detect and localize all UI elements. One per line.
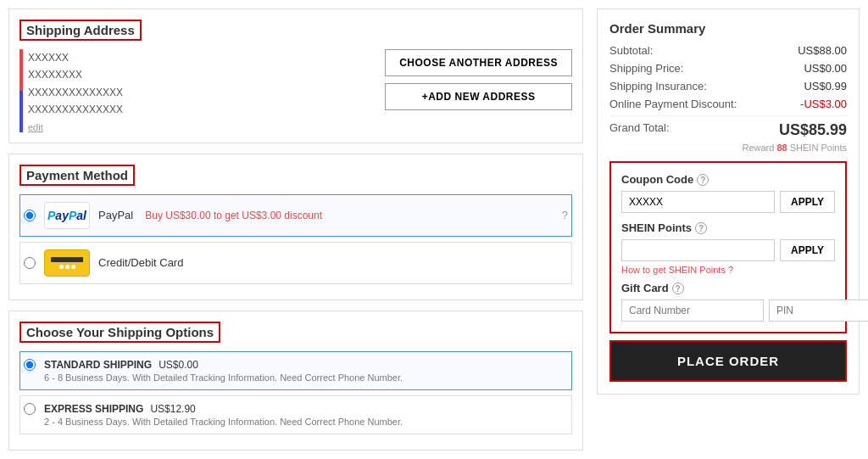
address-left-area: XXXXXX XXXXXXXX XXXXXXXXXXXXXX XXXXXXXXX…: [19, 49, 376, 132]
card-label: Credit/Debit Card: [98, 256, 183, 269]
coupon-section: Coupon Code ? APPLY SHEIN Points ? APPLY…: [609, 161, 847, 333]
payment-method-section: Payment Method PayPal PayPal Buy US$30.0…: [8, 154, 583, 300]
shein-points-apply-button[interactable]: APPLY: [780, 239, 835, 261]
card-dot-2: [65, 265, 70, 269]
standard-shipping-name: STANDARD SHIPPING: [44, 359, 152, 371]
insurance-row: Shipping Insurance: US$0.99: [609, 80, 847, 92]
shein-points-label: SHEIN Points: [621, 221, 692, 234]
address-line-4: XXXXXXXXXXXXXX: [28, 101, 123, 118]
shein-points-link[interactable]: How to get SHEIN Points ?: [621, 265, 835, 275]
choose-another-address-button[interactable]: CHOOSE ANOTHER ADDRESS: [385, 49, 572, 76]
express-shipping-name: EXPRESS SHIPPING: [44, 403, 143, 415]
card-strip: [51, 257, 83, 262]
gift-card-label-row: Gift Card ?: [621, 282, 835, 294]
grand-total-row: Grand Total: US$85.99: [609, 115, 847, 139]
card-dots: [59, 265, 75, 269]
shipping-price-label: Shipping Price:: [609, 62, 683, 75]
shein-points-label-row: SHEIN Points ?: [621, 221, 835, 234]
address-lines-container: XXXXXX XXXXXXXX XXXXXXXXXXXXXX XXXXXXXXX…: [28, 49, 123, 132]
coupon-info-icon[interactable]: ?: [697, 174, 709, 186]
reward-points: 88: [776, 143, 787, 153]
gift-card-number-input[interactable]: [621, 299, 764, 322]
gift-card-input-row: APPLY: [621, 299, 835, 322]
address-color-bar: [19, 49, 23, 132]
discount-value: -US$3.00: [800, 98, 847, 110]
standard-shipping-option[interactable]: STANDARD SHIPPING US$0.00 6 - 8 Business…: [19, 351, 572, 390]
reward-label: Reward: [742, 143, 774, 153]
subtotal-label: Subtotal:: [609, 44, 653, 57]
express-shipping-option[interactable]: EXPRESS SHIPPING US$12.90 2 - 4 Business…: [19, 395, 572, 434]
add-new-address-button[interactable]: +ADD NEW ADDRESS: [385, 83, 572, 110]
right-column: Order Summary Subtotal: US$88.00 Shippin…: [597, 8, 860, 451]
express-shipping-price: US$12.90: [150, 403, 195, 415]
order-summary-title: Order Summary: [609, 21, 847, 36]
address-buttons: CHOOSE ANOTHER ADDRESS +ADD NEW ADDRESS: [385, 49, 572, 110]
standard-shipping-price: US$0.00: [159, 359, 198, 371]
shipping-price-value: US$0.00: [804, 62, 847, 75]
card-dot-3: [71, 265, 75, 269]
paypal-logo-text: PayPal: [47, 209, 86, 222]
express-shipping-info: EXPRESS SHIPPING US$12.90 2 - 4 Business…: [44, 403, 403, 427]
shipping-options-title: Choose Your Shipping Options: [19, 322, 220, 343]
coupon-apply-button[interactable]: APPLY: [780, 191, 835, 213]
card-dot-1: [59, 265, 64, 269]
grand-total-value: US$85.99: [779, 121, 847, 139]
standard-shipping-radio[interactable]: [24, 359, 36, 371]
reward-suffix: SHEIN Points: [790, 143, 847, 153]
express-shipping-header: EXPRESS SHIPPING US$12.90: [44, 403, 403, 415]
coupon-input-row: APPLY: [621, 191, 835, 213]
card-radio[interactable]: [24, 257, 36, 269]
insurance-label: Shipping Insurance:: [609, 80, 707, 92]
subtotal-row: Subtotal: US$88.00: [609, 44, 847, 57]
address-line-1: XXXXXX: [28, 49, 123, 66]
shein-points-input[interactable]: [621, 239, 775, 261]
left-column: Shipping Address XXXXXX XXXXXXXX XXXXXXX…: [8, 8, 583, 451]
gift-card-info-icon[interactable]: ?: [672, 283, 684, 294]
address-content: XXXXXX XXXXXXXX XXXXXXXXXXXXXX XXXXXXXXX…: [19, 49, 572, 132]
paypal-radio[interactable]: [24, 210, 36, 221]
discount-row: Online Payment Discount: -US$3.00: [609, 98, 847, 110]
paypal-info-icon[interactable]: ?: [562, 209, 568, 221]
reward-text: Reward 88 SHEIN Points: [609, 143, 847, 153]
shipping-price-row: Shipping Price: US$0.00: [609, 62, 847, 75]
shein-points-info-icon[interactable]: ?: [695, 222, 707, 234]
coupon-input[interactable]: [621, 191, 775, 213]
standard-shipping-desc: 6 - 8 Business Days. With Detailed Track…: [44, 372, 403, 383]
express-shipping-radio[interactable]: [24, 403, 36, 415]
card-logo: [44, 249, 90, 277]
gift-card-label: Gift Card: [621, 282, 669, 294]
coupon-label-row: Coupon Code ?: [621, 173, 835, 186]
payment-method-title: Payment Method: [19, 165, 135, 186]
standard-shipping-info: STANDARD SHIPPING US$0.00 6 - 8 Business…: [44, 359, 403, 383]
shipping-address-section: Shipping Address XXXXXX XXXXXXXX XXXXXXX…: [8, 8, 583, 143]
subtotal-value: US$88.00: [798, 44, 847, 57]
express-shipping-desc: 2 - 4 Business Days. With Detailed Track…: [44, 417, 403, 427]
grand-total-label: Grand Total:: [609, 121, 670, 139]
gift-card-pin-input[interactable]: [769, 299, 868, 322]
standard-shipping-header: STANDARD SHIPPING US$0.00: [44, 359, 403, 371]
paypal-logo: PayPal: [44, 202, 90, 229]
card-option[interactable]: Credit/Debit Card: [19, 242, 572, 284]
edit-address-link[interactable]: edit: [28, 122, 123, 132]
coupon-label: Coupon Code: [621, 173, 693, 186]
shein-points-input-row: APPLY: [621, 239, 835, 261]
address-line-2: XXXXXXXX: [28, 66, 123, 83]
shipping-options-section: Choose Your Shipping Options STANDARD SH…: [8, 311, 583, 451]
paypal-label: PayPal: [98, 209, 133, 221]
paypal-promo-text: Buy US$30.00 to get US$3.00 discount: [145, 210, 322, 221]
order-summary: Order Summary Subtotal: US$88.00 Shippin…: [597, 8, 860, 395]
insurance-value: US$0.99: [804, 80, 847, 92]
shipping-address-title: Shipping Address: [19, 20, 142, 41]
address-left: XXXXXX XXXXXXXX XXXXXXXXXXXXXX XXXXXXXXX…: [19, 49, 376, 132]
paypal-option[interactable]: PayPal PayPal Buy US$30.00 to get US$3.0…: [19, 194, 572, 237]
address-line-3: XXXXXXXXXXXXXX: [28, 84, 123, 101]
place-order-button[interactable]: PLACE ORDER: [609, 340, 847, 382]
discount-label: Online Payment Discount:: [609, 98, 737, 110]
